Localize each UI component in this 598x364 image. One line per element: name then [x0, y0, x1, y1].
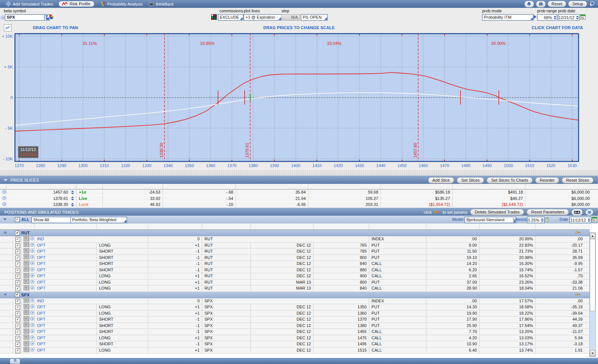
row-indicator-icon[interactable]	[30, 237, 34, 240]
set-slices-button[interactable]: Set Slices	[457, 177, 484, 183]
row-indicator-icon[interactable]	[30, 342, 34, 345]
slice-indicator-icon[interactable]	[2, 202, 6, 206]
position-row[interactable]: ✓OPTSHORT-1SPXDEC 121370PUT17.9017.86%44…	[0, 317, 590, 323]
position-row[interactable]: ✓OPTSHORT-1SPXDEC 121495CALL10.9013.17%-…	[0, 341, 590, 348]
row-spread-link[interactable]: OPT	[34, 261, 96, 266]
col-header-delta[interactable]: Delta	[102, 184, 163, 189]
plot-lines-dropdown[interactable]: +1 @ Expiration	[244, 14, 282, 21]
row-indicator-icon[interactable]	[30, 329, 34, 333]
row-indicator-icon[interactable]	[30, 348, 34, 352]
prob-date-calendar-icon[interactable]	[580, 14, 586, 21]
row-checkbox[interactable]: ✓	[15, 237, 20, 242]
row-indicator-icon[interactable]	[30, 286, 34, 290]
interest-field[interactable]: 0.25%	[527, 217, 545, 223]
position-row[interactable]: ✓OPTSHORT-1RUTDEC 12840CALL14.2016.30%-9…	[0, 261, 590, 267]
col-header-vol[interactable]: Vol	[479, 224, 535, 229]
row-checkbox[interactable]: ✓	[15, 262, 20, 266]
position-row[interactable]: ✓OPTSHORT-1SPXDEC 121455CALL7.7013.20%-1…	[0, 329, 590, 335]
prob-date-field[interactable]: 12/21/12	[558, 14, 580, 21]
row-checkbox[interactable]: ✓	[15, 311, 20, 316]
row-indicator-icon[interactable]	[30, 323, 34, 327]
prob-range-spinner[interactable]	[553, 16, 557, 19]
row-checkbox[interactable]: ✓	[15, 342, 20, 347]
position-row[interactable]: ✓OPTLONG+1SPXDEC 121475CALL4.2013.03%5.9…	[0, 335, 590, 342]
model-dropdown[interactable]: Bjerksund-Stensland	[465, 217, 516, 223]
row-indicator-icon[interactable]	[30, 243, 34, 247]
prob-date-spinner[interactable]	[575, 16, 579, 19]
col-header-stk-price[interactable]: Stk Price	[6, 184, 70, 189]
row-checkbox[interactable]: ✓	[15, 317, 20, 322]
row-indicator-icon[interactable]	[30, 255, 34, 259]
row-spread-link[interactable]: OPT	[34, 267, 96, 273]
row-indicator-icon[interactable]	[30, 261, 34, 265]
col-header-gamma[interactable]: Gamma	[163, 184, 235, 189]
row-checkbox[interactable]: ✓	[15, 324, 20, 328]
row-checkbox[interactable]: ✓	[15, 256, 20, 260]
tab-probability-analysis[interactable]: Probability Analysis	[101, 1, 143, 6]
set-slices-to-charts-button[interactable]: Set Slices To Charts	[487, 177, 533, 183]
dropdown-double-arrow-icon[interactable]	[44, 15, 49, 20]
slice-price-spinner[interactable]	[70, 197, 76, 200]
position-row[interactable]: ✓OPTSHORT-1RUTDEC 12800PUT19.1020.98%35.…	[0, 255, 590, 261]
reset-slices-button[interactable]: Reset Slices	[562, 177, 594, 183]
group-row-spx[interactable]: ✓SPX	[0, 292, 590, 298]
row-checkbox[interactable]: ✓	[15, 299, 20, 304]
col-header-qty[interactable]: Qty	[148, 224, 202, 229]
row-spread-link[interactable]: OPT	[34, 280, 96, 285]
row-spread-link[interactable]: OPT	[34, 255, 96, 260]
row-checkbox[interactable]: ✓	[15, 274, 20, 279]
row-spread-link[interactable]: OPT	[34, 286, 96, 291]
row-spread-link[interactable]: OPT	[34, 243, 96, 248]
commissions-grid-icon[interactable]	[211, 14, 217, 21]
interest-lock-icon[interactable]	[545, 217, 549, 223]
row-checkbox[interactable]: ✓	[15, 243, 20, 248]
scrollbar-thumb[interactable]	[590, 239, 595, 311]
col-header-pl-day[interactable]: P/L Day	[452, 184, 525, 189]
col-header-side[interactable]: Side	[96, 224, 148, 229]
row-spread-link[interactable]: OPT	[34, 317, 96, 322]
col-header-vega[interactable]: Vega	[308, 184, 380, 189]
reset-parameters-button[interactable]: Reset Parameters	[527, 209, 569, 215]
commissions-dropdown[interactable]: EXCLUDE	[218, 14, 243, 21]
row-indicator-icon[interactable]	[30, 274, 34, 277]
tab-add-simulated-trades[interactable]: Add Simulated Trades	[6, 1, 53, 6]
row-spread-link[interactable]: IND	[34, 298, 96, 304]
position-row[interactable]: ✓OPTLONG+1SPXDEC 121515CALL6.4013.74%1.9…	[0, 348, 590, 354]
date-spinner[interactable]	[587, 218, 591, 222]
col-header-pl-open[interactable]: P/L Open	[380, 184, 452, 189]
expand-panel-button[interactable]	[10, 358, 20, 364]
pl-mode-dropdown[interactable]: P/L OPEN	[301, 14, 328, 21]
col-header-strike[interactable]: Strike	[313, 224, 369, 229]
row-spread-link[interactable]: OPT	[34, 348, 96, 353]
row-indicator-icon[interactable]	[30, 299, 34, 302]
setup-button[interactable]: Setup	[568, 1, 587, 7]
chart-splitter-handle[interactable]	[0, 170, 598, 176]
scroll-up-button[interactable]: ▲	[590, 233, 595, 239]
position-row[interactable]: ✓OPTSHORT-1SPXDEC 121380PUT25.9017.54%49…	[0, 323, 590, 329]
row-indicator-icon[interactable]	[30, 268, 34, 271]
delete-simulated-trades-button[interactable]: Delete Simulated Trades	[470, 209, 524, 215]
price-slice-row[interactable]: 1378.61Live33.92-.5421.94105.27$135.27$4…	[0, 196, 598, 202]
print-button[interactable]	[536, 1, 546, 7]
tab-thinkback[interactable]: thinkBack	[149, 2, 174, 6]
group-row-rut[interactable]: ✓RUT	[0, 230, 590, 236]
group-checkbox[interactable]: ✓	[15, 231, 20, 235]
positions-collapse-icon[interactable]	[3, 218, 7, 220]
reset-button[interactable]: Reset	[548, 1, 567, 7]
view-binoculars-button[interactable]	[571, 209, 583, 216]
date-field[interactable]: 11/12/12	[570, 217, 591, 223]
row-spread-link[interactable]: OPT	[34, 304, 96, 310]
row-spread-link[interactable]: OPT	[34, 335, 96, 341]
row-checkbox[interactable]: ✓	[15, 249, 20, 254]
row-checkbox[interactable]: ✓	[15, 280, 20, 285]
price-slice-row[interactable]: 1338.30Lock46.92-.10-6.95203.31($1,554.7…	[0, 202, 598, 208]
row-indicator-icon[interactable]	[30, 317, 34, 321]
alerts-bell-button[interactable]	[524, 1, 534, 7]
row-checkbox[interactable]: ✓	[15, 286, 20, 291]
tab-risk-profile[interactable]: Risk Profile	[58, 1, 95, 7]
position-row[interactable]: ✓OPTLONG+1RUTDEC 12900CALL2.6516.52%.70	[0, 273, 590, 280]
row-spread-link[interactable]: OPT	[34, 273, 96, 279]
group-collapse-icon[interactable]	[3, 294, 7, 296]
col-header-symbol[interactable]: Symbol	[202, 224, 250, 229]
position-row[interactable]: ✓IND0RUTINDEX.0020.99%.00	[0, 236, 590, 243]
